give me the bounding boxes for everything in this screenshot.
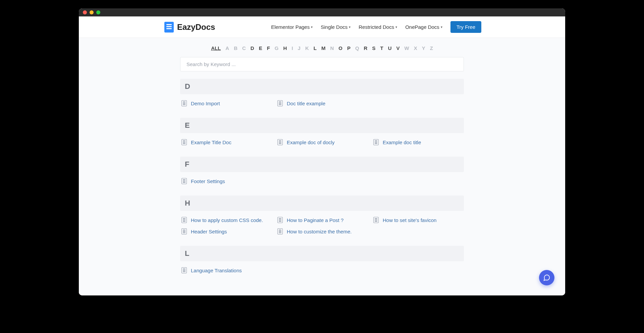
nav-label: OnePage Docs	[405, 24, 439, 30]
main-nav: Elementor Pages ▾ Single Docs ▾ Restrict…	[271, 21, 481, 33]
doc-item-label: Example doc title	[383, 140, 421, 145]
doc-item-label: How to Paginate a Post ?	[287, 217, 343, 223]
chat-fab[interactable]	[539, 270, 554, 285]
alpha-filter-v[interactable]: V	[396, 45, 399, 51]
nav-item-onepage-docs[interactable]: OnePage Docs ▾	[405, 24, 442, 30]
chat-icon	[543, 274, 550, 281]
group-header-h: H	[180, 196, 464, 211]
doc-item-label: Example Title Doc	[191, 140, 231, 145]
nav-item-restricted-docs[interactable]: Restricted Docs ▾	[359, 24, 397, 30]
group-items-d: Demo ImportDoc title example	[180, 94, 464, 108]
alpha-filter-g[interactable]: G	[275, 45, 279, 51]
site-header: EazyDocs Elementor Pages ▾ Single Docs ▾…	[79, 16, 565, 38]
doc-item-label: Demo Import	[191, 101, 220, 106]
document-icon	[277, 217, 283, 223]
doc-item[interactable]: How to customize the theme.	[277, 228, 367, 234]
alpha-filter-w[interactable]: W	[405, 45, 409, 51]
document-icon	[373, 217, 379, 223]
doc-item[interactable]: How to set site's favicon	[373, 217, 463, 223]
doc-item[interactable]: Example Title Doc	[181, 139, 271, 145]
nav-item-elementor-pages[interactable]: Elementor Pages ▾	[271, 24, 313, 30]
chevron-down-icon: ▾	[349, 25, 351, 29]
alpha-filter-f[interactable]: F	[267, 45, 270, 51]
doc-item-label: Footer Settings	[191, 178, 225, 184]
chevron-down-icon: ▾	[395, 25, 397, 29]
group-items-l: Language Translations	[180, 261, 464, 275]
alpha-filter-y[interactable]: Y	[422, 45, 425, 51]
site-logo[interactable]: EazyDocs	[164, 22, 215, 33]
doc-item[interactable]: How to Paginate a Post ?	[277, 217, 367, 223]
doc-item-label: Header Settings	[191, 229, 227, 234]
doc-item[interactable]: Example doc title	[373, 139, 463, 145]
alphabet-filter: ALLABCDEFGHIJKLMNOPQRSTUVWXYZ	[79, 45, 565, 51]
page-content: ALLABCDEFGHIJKLMNOPQRSTUVWXYZ DDemo Impo…	[79, 38, 565, 295]
doc-item[interactable]: Doc title example	[277, 100, 367, 106]
alpha-filter-r[interactable]: R	[364, 45, 368, 51]
doc-groups: DDemo ImportDoc title exampleEExample Ti…	[180, 79, 464, 275]
document-icon	[181, 217, 187, 223]
window-titlebar	[79, 8, 565, 16]
alpha-filter-all[interactable]: ALL	[211, 45, 221, 51]
document-icon	[181, 267, 187, 273]
alpha-filter-e[interactable]: E	[259, 45, 262, 51]
alpha-filter-n[interactable]: N	[330, 45, 334, 51]
search-input[interactable]	[180, 57, 464, 71]
window-maximize-button[interactable]	[96, 10, 100, 14]
alpha-filter-p[interactable]: P	[347, 45, 351, 51]
doc-item[interactable]: Header Settings	[181, 228, 271, 234]
alpha-filter-o[interactable]: O	[338, 45, 342, 51]
doc-item[interactable]: How to apply custom CSS code.	[181, 217, 271, 223]
group-header-d: D	[180, 79, 464, 94]
alpha-filter-m[interactable]: M	[321, 45, 326, 51]
alpha-filter-h[interactable]: H	[283, 45, 287, 51]
logo-icon	[164, 22, 174, 33]
window-minimize-button[interactable]	[90, 10, 94, 14]
doc-item-label: How to customize the theme.	[287, 229, 352, 234]
document-icon	[181, 178, 187, 184]
group-items-f: Footer Settings	[180, 172, 464, 186]
chevron-down-icon: ▾	[441, 25, 442, 29]
window-close-button[interactable]	[83, 10, 87, 14]
alpha-filter-i[interactable]: I	[291, 45, 293, 51]
alpha-filter-k[interactable]: K	[305, 45, 309, 51]
nav-label: Single Docs	[321, 24, 347, 30]
alpha-filter-z[interactable]: Z	[430, 45, 433, 51]
alpha-filter-u[interactable]: U	[388, 45, 392, 51]
logo-text: EazyDocs	[177, 22, 215, 32]
doc-item[interactable]: Footer Settings	[181, 178, 271, 184]
chevron-down-icon: ▾	[311, 25, 313, 29]
document-icon	[373, 139, 379, 145]
document-icon	[277, 139, 283, 145]
nav-item-single-docs[interactable]: Single Docs ▾	[321, 24, 351, 30]
alpha-filter-a[interactable]: A	[225, 45, 229, 51]
group-header-l: L	[180, 246, 464, 261]
nav-label: Elementor Pages	[271, 24, 310, 30]
document-icon	[181, 139, 187, 145]
document-icon	[277, 228, 283, 234]
main-column: DDemo ImportDoc title exampleEExample Ti…	[180, 57, 464, 275]
doc-item-label: How to set site's favicon	[383, 217, 436, 223]
alpha-filter-b[interactable]: B	[234, 45, 237, 51]
alpha-filter-q[interactable]: Q	[355, 45, 359, 51]
alpha-filter-j[interactable]: J	[298, 45, 301, 51]
document-icon	[181, 228, 187, 234]
nav-label: Restricted Docs	[359, 24, 394, 30]
group-header-e: E	[180, 118, 464, 133]
alpha-filter-t[interactable]: T	[380, 45, 383, 51]
alpha-filter-s[interactable]: S	[372, 45, 375, 51]
doc-item[interactable]: Demo Import	[181, 100, 271, 106]
alpha-filter-d[interactable]: D	[251, 45, 254, 51]
doc-item-label: How to apply custom CSS code.	[191, 217, 263, 223]
try-free-button[interactable]: Try Free	[450, 21, 481, 33]
doc-item-label: Language Translations	[191, 268, 242, 273]
doc-item[interactable]: Example doc of docly	[277, 139, 367, 145]
doc-item[interactable]: Language Translations	[181, 267, 271, 273]
document-icon	[181, 100, 187, 106]
document-icon	[277, 100, 283, 106]
group-header-f: F	[180, 157, 464, 172]
doc-item-label: Doc title example	[287, 101, 325, 106]
alpha-filter-l[interactable]: L	[314, 45, 317, 51]
alpha-filter-c[interactable]: C	[242, 45, 246, 51]
group-items-e: Example Title DocExample doc of doclyExa…	[180, 133, 464, 147]
alpha-filter-x[interactable]: X	[414, 45, 417, 51]
